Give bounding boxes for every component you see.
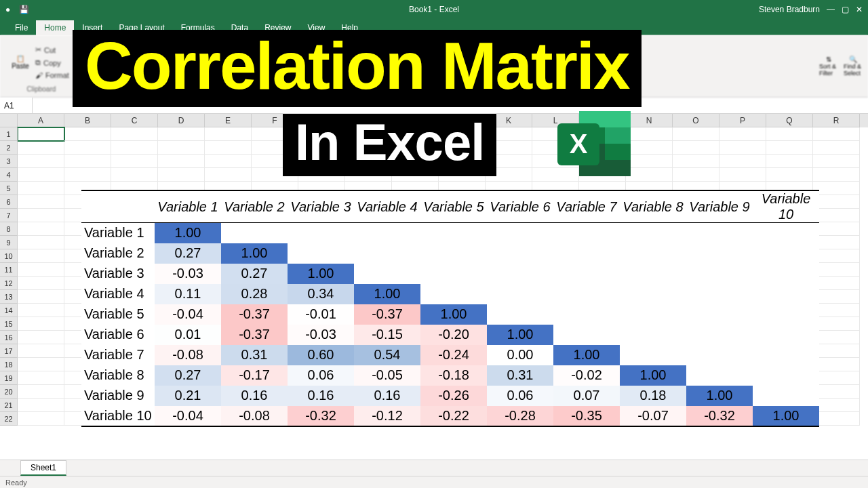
- cell[interactable]: [719, 141, 766, 155]
- cell[interactable]: [813, 412, 860, 426]
- column-header[interactable]: R: [813, 114, 860, 127]
- row-header[interactable]: 22: [0, 412, 18, 426]
- cell[interactable]: [18, 209, 64, 222]
- cell[interactable]: [813, 127, 860, 141]
- cell[interactable]: [673, 127, 719, 141]
- cell[interactable]: [205, 141, 252, 155]
- row-header[interactable]: 17: [0, 344, 18, 358]
- cell[interactable]: [813, 317, 860, 331]
- cell[interactable]: [64, 127, 111, 141]
- column-header[interactable]: C: [111, 114, 158, 127]
- cell[interactable]: [813, 249, 860, 263]
- cell[interactable]: [18, 412, 64, 426]
- cell[interactable]: [719, 155, 766, 168]
- cut-button[interactable]: ✂Cut: [33, 44, 72, 56]
- ribbon-tab-file[interactable]: File: [7, 20, 36, 35]
- row-header[interactable]: 4: [0, 168, 18, 182]
- cell[interactable]: [18, 290, 64, 304]
- cell[interactable]: [18, 317, 64, 331]
- cell[interactable]: [111, 155, 158, 168]
- ribbon-tab-home[interactable]: Home: [36, 20, 74, 35]
- cell[interactable]: [813, 344, 860, 358]
- cell[interactable]: [813, 182, 860, 195]
- cell[interactable]: [158, 168, 205, 182]
- row-header[interactable]: 2: [0, 141, 18, 155]
- cell[interactable]: [111, 141, 158, 155]
- cell[interactable]: [18, 277, 64, 290]
- cell[interactable]: [111, 127, 158, 141]
- cell[interactable]: [18, 195, 64, 209]
- cell[interactable]: [18, 344, 64, 358]
- row-header[interactable]: 12: [0, 277, 18, 290]
- row-header[interactable]: 20: [0, 385, 18, 399]
- cell[interactable]: [18, 358, 64, 371]
- cell[interactable]: [813, 385, 860, 399]
- save-icon[interactable]: 💾: [19, 5, 28, 14]
- sort-filter-button[interactable]: ⇅ Sort & Filter: [819, 47, 838, 86]
- cell[interactable]: [18, 263, 64, 277]
- row-header[interactable]: 10: [0, 249, 18, 263]
- cell[interactable]: [18, 182, 64, 195]
- cell[interactable]: [205, 127, 252, 141]
- cell[interactable]: [18, 331, 64, 344]
- column-header[interactable]: D: [158, 114, 205, 127]
- cell[interactable]: [766, 155, 813, 168]
- cell[interactable]: [64, 168, 111, 182]
- cell[interactable]: [64, 155, 111, 168]
- cell[interactable]: [813, 263, 860, 277]
- cell[interactable]: [813, 168, 860, 182]
- cell[interactable]: [813, 371, 860, 385]
- column-header[interactable]: B: [64, 114, 111, 127]
- column-header[interactable]: O: [673, 114, 719, 127]
- cell[interactable]: [813, 331, 860, 344]
- cell[interactable]: [18, 304, 64, 317]
- cell[interactable]: [673, 155, 719, 168]
- row-header[interactable]: 18: [0, 358, 18, 371]
- find-select-button[interactable]: 🔍 Find & Select: [844, 47, 863, 86]
- cell[interactable]: [673, 168, 719, 182]
- cell[interactable]: [18, 127, 64, 141]
- select-all-corner[interactable]: [0, 114, 18, 127]
- cell[interactable]: [18, 155, 64, 168]
- cell[interactable]: [18, 385, 64, 399]
- row-header[interactable]: 1: [0, 127, 18, 141]
- copy-button[interactable]: ⧉Copy: [33, 57, 72, 68]
- cell[interactable]: [813, 236, 860, 249]
- cell[interactable]: [813, 358, 860, 371]
- cell[interactable]: [813, 222, 860, 236]
- cell[interactable]: [766, 141, 813, 155]
- row-header[interactable]: 21: [0, 399, 18, 412]
- row-header[interactable]: 15: [0, 317, 18, 331]
- row-header[interactable]: 16: [0, 331, 18, 344]
- row-header[interactable]: 13: [0, 290, 18, 304]
- cell[interactable]: [111, 168, 158, 182]
- cell[interactable]: [766, 168, 813, 182]
- cell[interactable]: [18, 399, 64, 412]
- cell[interactable]: [813, 399, 860, 412]
- cell[interactable]: [673, 141, 719, 155]
- cell[interactable]: [158, 127, 205, 141]
- row-header[interactable]: 6: [0, 195, 18, 209]
- cell[interactable]: [205, 155, 252, 168]
- column-header[interactable]: Q: [766, 114, 813, 127]
- row-header[interactable]: 19: [0, 371, 18, 385]
- user-name[interactable]: Steven Bradburn: [759, 5, 820, 14]
- row-header[interactable]: 8: [0, 222, 18, 236]
- cell[interactable]: [813, 290, 860, 304]
- cell[interactable]: [813, 195, 860, 209]
- cell[interactable]: [18, 222, 64, 236]
- maximize-icon[interactable]: ▢: [842, 5, 849, 14]
- cell[interactable]: [18, 236, 64, 249]
- sheet-tab[interactable]: Sheet1: [20, 460, 66, 476]
- row-header[interactable]: 9: [0, 236, 18, 249]
- cell[interactable]: [813, 155, 860, 168]
- format-painter-button[interactable]: 🖌Format: [33, 70, 72, 81]
- row-header[interactable]: 11: [0, 263, 18, 277]
- cell[interactable]: [813, 141, 860, 155]
- row-header[interactable]: 5: [0, 182, 18, 195]
- cell[interactable]: [719, 127, 766, 141]
- name-box[interactable]: A1: [0, 98, 33, 113]
- column-header[interactable]: P: [719, 114, 766, 127]
- cell[interactable]: [158, 141, 205, 155]
- cell[interactable]: [18, 371, 64, 385]
